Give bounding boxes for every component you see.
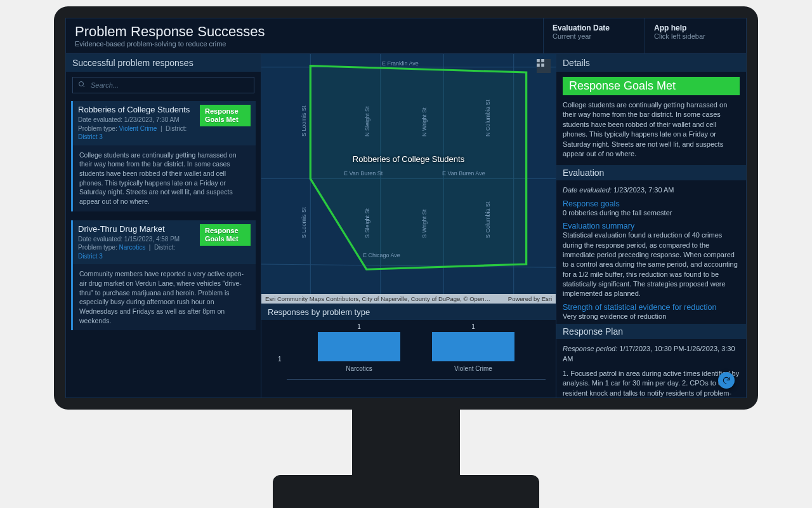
map-feature-label: Robberies of College Students <box>353 154 464 164</box>
district-link[interactable]: District 3 <box>78 133 103 140</box>
eval-date-label: Evaluation Date <box>553 23 636 32</box>
bar[interactable] <box>432 332 514 361</box>
street-label: S Columbia St <box>485 201 491 238</box>
chart-y-tick: 1 <box>278 356 282 363</box>
card-meta: Date evaluated: 1/23/2023, 7:30 AM Probl… <box>78 116 196 142</box>
status-banner: Response Goals Met <box>563 77 740 95</box>
map-view[interactable]: Robberies of College Students E Franklin… <box>261 54 556 304</box>
bar-value-label: 1 <box>471 323 475 330</box>
problem-type-link[interactable]: Narcotics <box>119 244 145 251</box>
status-badge: Response Goals Met <box>200 224 251 246</box>
eval-summary-label: Evaluation summary <box>563 222 740 231</box>
details-panel-title: Details <box>556 54 746 72</box>
left-panel-title: Successful problem responses <box>66 54 261 72</box>
page-title: Problem Response Successes <box>75 23 534 40</box>
eval-date-value: Current year <box>553 32 636 40</box>
svg-line-1 <box>83 86 85 88</box>
goals-value: 0 robberies during the fall semester <box>563 208 740 218</box>
street-label: N Wright St <box>421 107 428 137</box>
svg-marker-9 <box>310 66 526 270</box>
refresh-button[interactable] <box>718 372 735 389</box>
details-panel[interactable]: Details Response Goals Met College stude… <box>556 54 746 398</box>
strength-label: Strength of statistical evidence for red… <box>563 303 740 312</box>
street-label: S Loomis St <box>301 207 307 238</box>
card-title: Robberies of College Students <box>78 105 196 114</box>
basemap-button[interactable] <box>537 59 551 73</box>
status-badge: Response Goals Met <box>200 105 251 126</box>
bar-category-label: Narcotics <box>346 365 372 372</box>
street-label: S Loomis St <box>301 105 307 137</box>
strength-value: Very strong evidence of reduction <box>563 312 740 321</box>
chart-title: Responses by problem type <box>261 304 556 320</box>
goals-label: Response goals <box>563 199 740 208</box>
plan-text: 1. Focused patrol in area during active … <box>563 369 740 398</box>
map-attribution: Esri Community Maps Contributors, City o… <box>261 294 556 304</box>
bar-category-label: Violent Crime <box>454 365 492 372</box>
street-label: N Columbia St <box>485 100 491 137</box>
response-period-label: Response period: <box>563 345 617 352</box>
search-input[interactable] <box>91 81 249 89</box>
search-box[interactable] <box>72 77 254 93</box>
chart-panel: Responses by problem type 1 1 Narcotics … <box>261 304 556 398</box>
card-title: Drive-Thru Drug Market <box>78 224 196 234</box>
district-link[interactable]: District 3 <box>78 253 103 260</box>
svg-point-0 <box>79 82 84 86</box>
bar[interactable] <box>318 332 400 361</box>
response-card[interactable]: Drive-Thru Drug Market Date evaluated: 1… <box>71 220 256 331</box>
bar-value-label: 1 <box>357 323 361 330</box>
plan-heading: Response Plan <box>556 324 746 339</box>
page-subtitle: Evidence-based problem-solving to reduce… <box>75 40 534 48</box>
svg-rect-13 <box>541 64 544 67</box>
street-label: E Chicago Ave <box>363 252 400 258</box>
street-label: N Sleight St <box>364 106 370 137</box>
help-label: App help <box>654 23 737 32</box>
svg-rect-10 <box>537 59 540 62</box>
card-summary: College students are continually getting… <box>73 145 256 211</box>
eval-date-block: Evaluation Date Current year <box>543 18 645 53</box>
svg-rect-11 <box>541 59 544 62</box>
chart-area[interactable]: 1 1 Narcotics 1 Violent Crime <box>261 320 556 398</box>
eval-date-label: Date evaluated: <box>563 186 612 194</box>
street-label: S Sleight St <box>364 208 370 238</box>
search-icon <box>78 79 86 91</box>
evaluation-heading: Evaluation <box>556 165 746 180</box>
left-panel: Successful problem responses Robberies o… <box>66 54 261 398</box>
street-label: E Van Buren Ave <box>442 170 485 177</box>
center-panel: Robberies of College Students E Franklin… <box>261 54 556 398</box>
card-summary: Community members have reported a very a… <box>73 264 256 330</box>
street-label: E Franklin Ave <box>382 60 419 67</box>
street-label: E Van Buren St <box>344 170 383 177</box>
app-header: Problem Response Successes Evidence-base… <box>66 18 746 54</box>
svg-rect-12 <box>537 64 540 67</box>
eval-date-value: 1/23/2023, 7:30 AM <box>613 186 674 194</box>
help-value: Click left sidebar <box>654 32 737 40</box>
problem-type-link[interactable]: Violent Crime <box>119 125 157 132</box>
details-description: College students are continually getting… <box>563 100 740 159</box>
eval-summary-value: Statistical evaluation found a reduction… <box>563 231 740 299</box>
card-meta: Date evaluated: 1/15/2023, 4:58 PM Probl… <box>78 235 196 261</box>
help-block: App help Click left sidebar <box>645 18 746 53</box>
response-card[interactable]: Robberies of College Students Date evalu… <box>71 101 256 211</box>
street-label: S Wright St <box>421 210 428 238</box>
